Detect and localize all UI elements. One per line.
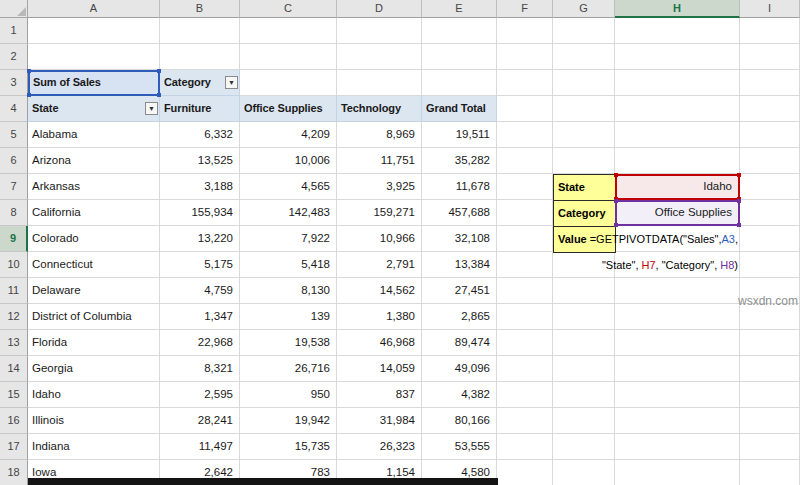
cell-C2[interactable] [240,44,337,70]
cell-F8[interactable] [497,200,553,226]
cell-I10[interactable] [740,252,800,278]
cell-D14[interactable]: 14,059 [337,356,422,382]
cell-A5[interactable]: Alabama [28,122,160,148]
cell-C14[interactable]: 26,716 [240,356,337,382]
cell-E1[interactable] [422,18,497,44]
cell-I18[interactable] [740,460,800,485]
cell-E7[interactable]: 11,678 [422,174,497,200]
cell-B1[interactable] [160,18,240,44]
cell-G14[interactable] [553,356,615,382]
cell-F7[interactable] [497,174,553,200]
cell-I9[interactable] [740,226,800,252]
cell-C3[interactable] [240,70,337,96]
row-header-12[interactable]: 12 [0,304,28,330]
cell-B17[interactable]: 11,497 [160,434,240,460]
cell-D4[interactable]: Technology [337,96,422,122]
cell-D3[interactable] [337,70,422,96]
cell-I5[interactable] [740,122,800,148]
cell-A8[interactable]: California [28,200,160,226]
cell-A4[interactable]: State▼ [28,96,160,122]
cell-D1[interactable] [337,18,422,44]
column-header-H[interactable]: H [615,0,740,18]
cell-D8[interactable]: 159,271 [337,200,422,226]
cell-E17[interactable]: 53,555 [422,434,497,460]
cell-G17[interactable] [553,434,615,460]
cell-F3[interactable] [497,70,553,96]
cell-E4[interactable]: Grand Total [422,96,497,122]
cell-H11[interactable] [615,278,740,304]
cell-A3[interactable]: Sum of Sales [28,70,160,96]
cell-B2[interactable] [160,44,240,70]
row-header-2[interactable]: 2 [0,44,28,70]
cell-C10[interactable]: 5,418 [240,252,337,278]
column-header-D[interactable]: D [337,0,422,18]
cell-I3[interactable] [740,70,800,96]
row-header-11[interactable]: 11 [0,278,28,304]
cell-H12[interactable] [615,304,740,330]
filter-dropdown-icon[interactable]: ▼ [145,102,158,115]
cell-D12[interactable]: 1,380 [337,304,422,330]
cell-E9[interactable]: 32,108 [422,226,497,252]
cell-F15[interactable] [497,382,553,408]
cell-G15[interactable] [553,382,615,408]
cell-C4[interactable]: Office Supplies [240,96,337,122]
cell-B15[interactable]: 2,595 [160,382,240,408]
cell-F1[interactable] [497,18,553,44]
cell-D7[interactable]: 3,925 [337,174,422,200]
row-header-1[interactable]: 1 [0,18,28,44]
cell-H14[interactable] [615,356,740,382]
cell-B7[interactable]: 3,188 [160,174,240,200]
cell-D17[interactable]: 26,323 [337,434,422,460]
cell-G12[interactable] [553,304,615,330]
row-header-7[interactable]: 7 [0,174,28,200]
cell-B11[interactable]: 4,759 [160,278,240,304]
cell-B16[interactable]: 28,241 [160,408,240,434]
cell-F14[interactable] [497,356,553,382]
cell-A14[interactable]: Georgia [28,356,160,382]
cell-E11[interactable]: 27,451 [422,278,497,304]
cell-B6[interactable]: 13,525 [160,148,240,174]
row-header-6[interactable]: 6 [0,148,28,174]
cell-G11[interactable] [553,278,615,304]
cell-D6[interactable]: 11,751 [337,148,422,174]
cell-C7[interactable]: 4,565 [240,174,337,200]
row-header-18[interactable]: 18 [0,460,28,485]
column-header-A[interactable]: A [28,0,160,18]
cell-H4[interactable] [615,96,740,122]
cell-E5[interactable]: 19,511 [422,122,497,148]
cell-F12[interactable] [497,304,553,330]
annotation-label-state[interactable]: State [553,174,616,201]
cell-I15[interactable] [740,382,800,408]
formula-line-2[interactable]: "State", H7, "Category", H8) [520,252,738,278]
row-header-8[interactable]: 8 [0,200,28,226]
cell-A16[interactable]: Illinois [28,408,160,434]
formula-line-1[interactable]: =GETPIVOTDATA("Sales",A3, [520,226,738,252]
cell-H17[interactable] [615,434,740,460]
cell-G16[interactable] [553,408,615,434]
cell-I16[interactable] [740,408,800,434]
cell-A15[interactable]: Idaho [28,382,160,408]
state-value-cell[interactable]: Idaho [615,174,740,200]
cell-C12[interactable]: 139 [240,304,337,330]
cell-D11[interactable]: 14,562 [337,278,422,304]
cell-B13[interactable]: 22,968 [160,330,240,356]
cell-G13[interactable] [553,330,615,356]
column-header-B[interactable]: B [160,0,240,18]
cell-C1[interactable] [240,18,337,44]
cell-C9[interactable]: 7,922 [240,226,337,252]
cell-H13[interactable] [615,330,740,356]
cell-H1[interactable] [615,18,740,44]
cell-C17[interactable]: 15,735 [240,434,337,460]
row-header-15[interactable]: 15 [0,382,28,408]
cell-C5[interactable]: 4,209 [240,122,337,148]
cell-F4[interactable] [497,96,553,122]
row-header-14[interactable]: 14 [0,356,28,382]
cell-I7[interactable] [740,174,800,200]
cell-E15[interactable]: 4,382 [422,382,497,408]
cell-E6[interactable]: 35,282 [422,148,497,174]
column-header-F[interactable]: F [497,0,553,18]
cell-A6[interactable]: Arizona [28,148,160,174]
cell-E8[interactable]: 457,688 [422,200,497,226]
cell-H5[interactable] [615,122,740,148]
cell-H6[interactable] [615,148,740,174]
